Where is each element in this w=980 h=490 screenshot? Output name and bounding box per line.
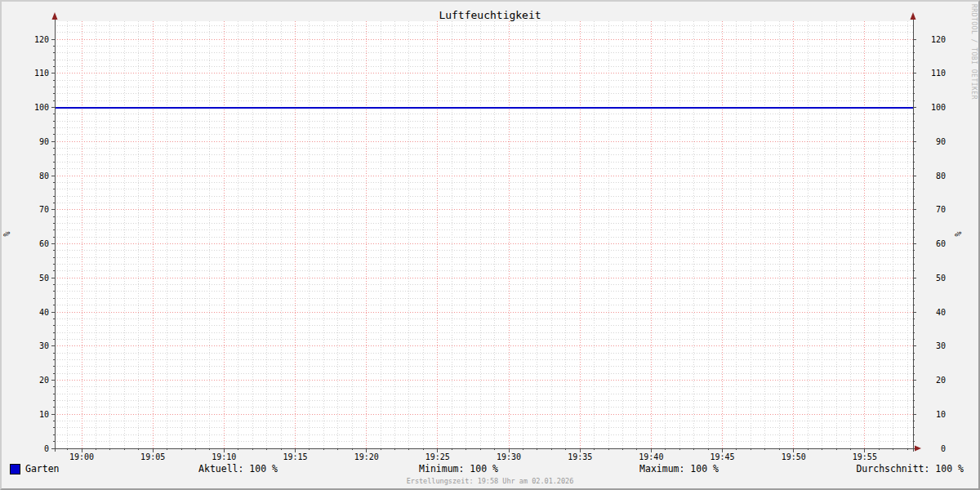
stat-durchschnitt: Durchschnitt: 100 % (856, 463, 964, 474)
y-axis-unit-right: % (954, 231, 963, 236)
y-tick-label-right: 110 (931, 69, 946, 78)
y-tick-label-left: 10 (39, 410, 49, 419)
y-tick-label-left: 20 (39, 376, 49, 385)
stat-minimum: Minimum: 100 % (419, 463, 498, 474)
y-tick-label-left: 100 (34, 103, 49, 112)
y-tick-label-left: 30 (39, 341, 49, 350)
y-tick-label-left: 110 (34, 69, 49, 78)
y-tick-label-right: 100 (931, 103, 946, 112)
y-tick-label-right: 90 (936, 137, 946, 146)
x-tick-label: 19:20 (354, 452, 379, 461)
y-tick-label-left: 60 (39, 239, 49, 248)
y-tick-label-right: 60 (936, 239, 946, 248)
y-tick-label-right: 40 (936, 308, 946, 317)
y-tick-label-right: 20 (936, 376, 946, 385)
y-tick-label-left: 50 (39, 274, 49, 283)
y-tick-label-left: 40 (39, 308, 49, 317)
x-tick-label: 19:35 (568, 452, 592, 461)
rrdtool-graph-image: Luftfeuchtigkeit RRDTOOL / TOBI OETIKER … (0, 0, 980, 490)
plot-background (55, 21, 913, 448)
creation-timestamp: Erstellungszeit: 19:58 Uhr am 02.01.2026 (2, 477, 978, 485)
stat-aktuell: Aktuell: 100 % (198, 463, 278, 474)
y-tick-label-right: 30 (936, 341, 946, 350)
y-tick-label-left: 80 (39, 172, 49, 180)
y-tick-label-left: 90 (39, 137, 49, 146)
y-tick-label-right: 0 (941, 444, 946, 453)
x-tick-label: 19:15 (283, 452, 307, 461)
x-tick-label: 19:55 (853, 452, 877, 461)
y-tick-label-left: 70 (39, 205, 49, 214)
series-color-swatch (10, 464, 20, 474)
x-tick-label: 19:50 (782, 452, 806, 461)
y-tick-label-left: 120 (34, 35, 49, 44)
x-tick-label: 19:00 (69, 452, 94, 461)
stat-maximum: Maximum: 100 % (639, 463, 719, 474)
x-tick-label: 19:05 (140, 452, 165, 461)
y-tick-label-right: 120 (931, 35, 946, 44)
y-tick-label-right: 10 (936, 410, 946, 419)
x-tick-label: 19:30 (497, 452, 521, 461)
y-axis-unit-left: % (2, 231, 11, 236)
y-tick-label-right: 70 (936, 205, 946, 214)
y-tick-label-right: 80 (936, 172, 946, 180)
legend-row: Garten Aktuell: 100 % Minimum: 100 % Max… (2, 463, 978, 475)
series-name-label: Garten (25, 463, 60, 474)
x-tick-label: 19:40 (639, 452, 663, 461)
chart-canvas: 0010102020303040405050606070708080909010… (2, 2, 978, 488)
x-tick-label: 19:25 (425, 452, 450, 461)
x-tick-label: 19:10 (212, 452, 236, 461)
y-tick-label-right: 50 (936, 274, 946, 283)
y-tick-label-left: 0 (44, 444, 49, 453)
x-tick-label: 19:45 (710, 452, 734, 461)
